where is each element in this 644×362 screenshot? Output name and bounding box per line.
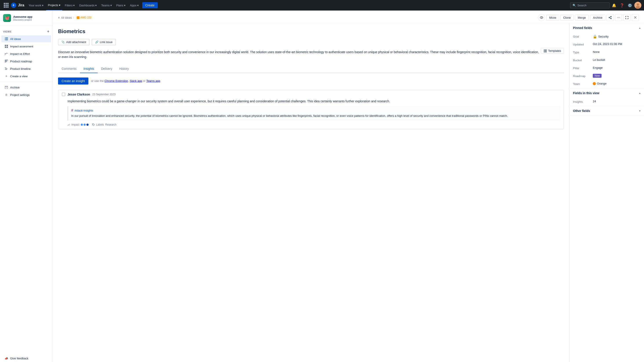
- impact-dot-1: [81, 124, 83, 126]
- labels-value: Research: [105, 123, 116, 126]
- plus-icon: +: [4, 74, 8, 78]
- labels-label: Labels: [96, 123, 104, 126]
- nav-your-work[interactable]: Your work ▾: [27, 0, 45, 10]
- insight-item: Jesse Clarkson 23 September 2023 Impleme…: [58, 90, 564, 129]
- tab-comments[interactable]: Comments: [58, 65, 80, 73]
- move-button[interactable]: Move: [546, 15, 559, 21]
- merge-button[interactable]: Merge: [575, 15, 589, 21]
- fields-in-view-chevron: [639, 92, 640, 95]
- user-avatar[interactable]: [634, 2, 641, 9]
- jira-logo[interactable]: Jira: [10, 2, 24, 8]
- action-buttons: Move Clone Merge Archive ···: [538, 14, 639, 21]
- sidebar-item-impact-assessment[interactable]: Impact assesment: [1, 43, 51, 50]
- expand-button[interactable]: [623, 14, 630, 21]
- insight-checkbox[interactable]: [62, 93, 65, 96]
- insight-meta: Impact: [68, 123, 560, 126]
- sidebar-item-product-timeline[interactable]: Product timeline: [1, 65, 51, 72]
- pinned-fields-chevron: [639, 26, 640, 29]
- pinned-fields-section: Pinned fields Goal 🔒 Security Updated Oc…: [570, 23, 644, 88]
- labels-meta: Labels Research: [92, 123, 116, 126]
- notifications-button[interactable]: 🔔: [610, 2, 618, 9]
- svg-point-26: [611, 18, 612, 19]
- field-bucket: Bucket Le bucket: [570, 56, 644, 64]
- add-attachment-button[interactable]: 📎 Add attachment: [58, 39, 90, 45]
- grid-icon: [4, 3, 8, 8]
- search-bar[interactable]: 🔍 Search: [570, 2, 610, 8]
- chart-icon: [4, 52, 8, 56]
- help-button[interactable]: ❓: [618, 2, 626, 9]
- roadmap-value[interactable]: Now: [593, 74, 640, 77]
- grid-menu-button[interactable]: [3, 2, 10, 9]
- create-button[interactable]: Create: [142, 2, 158, 8]
- tab-insights[interactable]: Insights: [80, 65, 98, 73]
- sidebar-item-product-roadmap[interactable]: Product roadmap: [1, 58, 51, 65]
- svg-rect-15: [5, 61, 7, 62]
- svg-rect-5: [5, 39, 6, 39]
- pillar-value[interactable]: Engage: [593, 66, 640, 69]
- type-value[interactable]: None: [593, 50, 640, 54]
- share-button[interactable]: [606, 14, 614, 21]
- insight-header: Jesse Clarkson 23 September 2023: [58, 90, 564, 99]
- pinned-fields-header[interactable]: Pinned fields: [570, 23, 644, 33]
- link-icon: 🔗: [95, 40, 98, 44]
- nav-teams[interactable]: Teams ▾: [100, 0, 114, 10]
- sidebar-item-give-feedback[interactable]: 📣 Give feedback: [1, 355, 51, 362]
- top-navigation: Jira Your work ▾ Projects ▾ Filters ▾ Da…: [0, 0, 644, 10]
- insights-count: 24: [593, 100, 640, 103]
- insight-text: Implementing biometrics could be a game-…: [68, 99, 560, 104]
- chevron-down-icon: ▾: [137, 4, 139, 7]
- svg-point-27: [609, 17, 610, 18]
- breadcrumb-all-ideas[interactable]: All ideas: [61, 16, 72, 19]
- detail-main: Biometrics 📎 Add attachment 🔗 Link issue: [53, 23, 569, 362]
- insight-body: Implementing biometrics could be a game-…: [58, 99, 564, 129]
- add-view-button[interactable]: +: [47, 29, 50, 34]
- insight-quote-source[interactable]: # #slack-insights: [71, 108, 557, 112]
- svg-point-25: [611, 16, 612, 17]
- slack-app-link[interactable]: Slack app: [130, 79, 142, 83]
- nav-apps[interactable]: Apps ▾: [128, 0, 140, 10]
- chrome-extension-link[interactable]: Chrome Extension: [104, 79, 128, 83]
- team-value[interactable]: Orange: [593, 82, 640, 85]
- create-insight-button[interactable]: Create an insight: [58, 77, 88, 85]
- bucket-value[interactable]: Le bucket: [593, 58, 640, 61]
- field-goal: Goal 🔒 Security: [570, 33, 644, 41]
- more-actions-button[interactable]: ···: [615, 14, 622, 21]
- svg-point-34: [93, 124, 93, 125]
- svg-rect-32: [544, 51, 545, 52]
- other-fields-chevron: [639, 109, 640, 112]
- svg-rect-31: [546, 50, 546, 51]
- tab-history[interactable]: History: [116, 65, 132, 73]
- nav-dashboards[interactable]: Dashboards ▾: [78, 0, 98, 10]
- sidebar-item-impact-effort[interactable]: Impact vs Effort: [1, 50, 51, 57]
- svg-line-29: [610, 17, 611, 18]
- settings-button[interactable]: ⚙️: [626, 2, 634, 9]
- svg-rect-17: [5, 68, 6, 68]
- fields-in-view-header[interactable]: Fields in this view: [570, 88, 644, 98]
- link-issue-button[interactable]: 🔗 Link issue: [92, 39, 116, 45]
- archive-button[interactable]: Archive: [590, 15, 605, 21]
- slack-icon: #: [71, 108, 73, 112]
- nav-projects[interactable]: Projects ▾: [46, 0, 62, 10]
- tab-delivery[interactable]: Delivery: [98, 65, 116, 73]
- watch-button[interactable]: [538, 14, 545, 21]
- field-updated: Updated Oct 24, 2023 01:06 PM: [570, 41, 644, 48]
- templates-button[interactable]: Templates: [541, 48, 564, 54]
- sidebar-item-archive[interactable]: Archive: [1, 84, 51, 91]
- sidebar-item-all-ideas[interactable]: All ideas: [1, 35, 51, 42]
- nav-plans[interactable]: Plans ▾: [114, 0, 128, 10]
- teams-app-link[interactable]: Teams app: [146, 79, 160, 83]
- issue-description: Discover an innovative biometric authent…: [58, 50, 564, 59]
- sidebar-item-create-view[interactable]: + Create a view: [1, 73, 51, 80]
- nav-filters[interactable]: Filters ▾: [63, 0, 76, 10]
- goal-value[interactable]: 🔒 Security: [593, 34, 640, 39]
- insight-quote-text: In our pursuit of innovation and enhance…: [71, 114, 557, 118]
- clone-button[interactable]: Clone: [560, 15, 574, 21]
- svg-rect-13: [5, 60, 8, 60]
- other-fields-header[interactable]: Other fields: [570, 106, 644, 116]
- svg-rect-19: [5, 69, 7, 70]
- impact-dot-3: [86, 124, 88, 126]
- sidebar-item-project-settings[interactable]: Project settings: [1, 91, 51, 98]
- close-button[interactable]: ✕: [632, 14, 639, 21]
- project-header[interactable]: 🐙 Awesome app Discovery project: [0, 10, 52, 26]
- field-type: Type None: [570, 48, 644, 56]
